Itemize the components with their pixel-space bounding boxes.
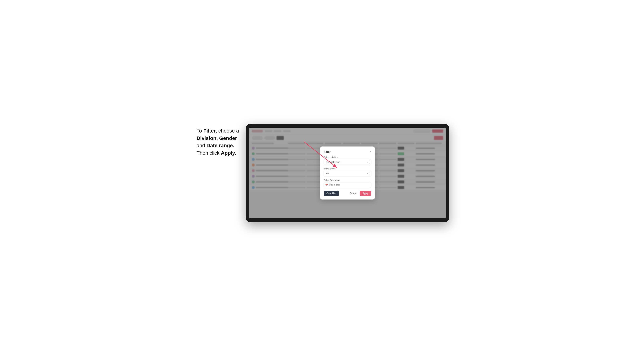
modal-title: Filter bbox=[324, 150, 330, 153]
tablet-frame: Filter × Select a division NCAA Division… bbox=[246, 124, 449, 222]
instruction-prefix: To bbox=[196, 128, 203, 134]
gender-select-wrapper[interactable]: Men Women Mixed × ⌃⌄ bbox=[324, 171, 371, 176]
instruction-date-range: Date range. bbox=[206, 143, 234, 148]
clear-filter-button[interactable]: Clear filter bbox=[324, 191, 339, 196]
page-wrapper: To Filter, choose a Division, Gender and… bbox=[195, 124, 449, 222]
modal-header: Filter × bbox=[324, 150, 371, 153]
division-label: Select a division bbox=[324, 156, 371, 158]
date-input[interactable] bbox=[324, 182, 371, 188]
instruction-apply: Apply. bbox=[221, 150, 236, 156]
tablet-screen: Filter × Select a division NCAA Division… bbox=[249, 128, 446, 218]
instruction-and: and bbox=[196, 143, 206, 148]
division-select-wrapper[interactable]: NCAA Division I NCAA Division II NCAA Di… bbox=[324, 159, 371, 165]
instruction-middle: choose a bbox=[218, 128, 239, 134]
modal-footer: Clear filter Cancel Apply bbox=[324, 191, 371, 196]
instruction-division-gender: Division, Gender bbox=[196, 135, 237, 141]
cancel-button[interactable]: Cancel bbox=[348, 191, 358, 196]
gender-label: Select gender bbox=[324, 168, 371, 170]
modal-overlay: Filter × Select a division NCAA Division… bbox=[249, 128, 446, 218]
footer-right: Cancel Apply bbox=[348, 191, 371, 196]
division-select[interactable]: NCAA Division I NCAA Division II NCAA Di… bbox=[324, 159, 371, 165]
instruction-filter-bold: Filter, bbox=[203, 128, 217, 134]
instruction-then-click: Then click bbox=[196, 150, 221, 156]
instruction-panel: To Filter, choose a Division, Gender and… bbox=[195, 124, 246, 157]
gender-form-group: Select gender Men Women Mixed × ⌃⌄ bbox=[324, 168, 371, 176]
date-label: Select Date range bbox=[324, 179, 371, 181]
date-input-wrapper[interactable]: 📅 bbox=[324, 182, 371, 188]
filter-modal: Filter × Select a division NCAA Division… bbox=[320, 147, 375, 199]
modal-close-button[interactable]: × bbox=[370, 150, 371, 153]
date-form-group: Select Date range 📅 bbox=[324, 179, 371, 188]
tablet-device: Filter × Select a division NCAA Division… bbox=[246, 124, 449, 222]
gender-select[interactable]: Men Women Mixed bbox=[324, 171, 371, 176]
division-form-group: Select a division NCAA Division I NCAA D… bbox=[324, 156, 371, 165]
apply-button[interactable]: Apply bbox=[360, 191, 371, 196]
